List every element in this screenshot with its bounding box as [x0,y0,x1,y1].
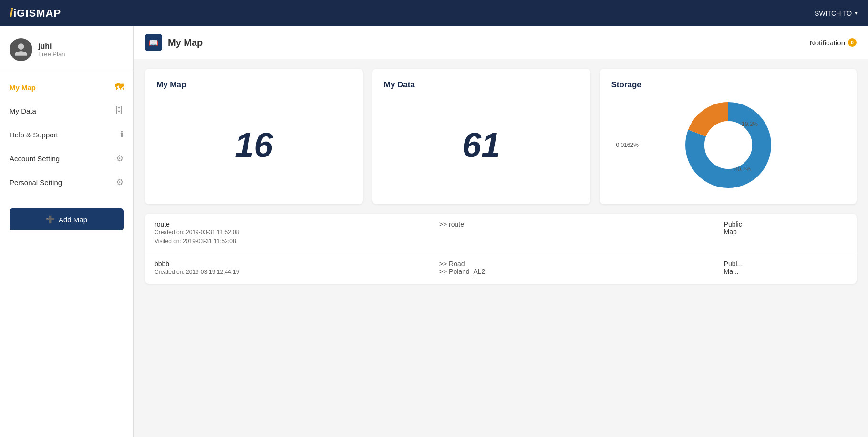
main-content: 📖 My Map Notification 0 My Map 16 My Dat… [134,26,868,437]
logo-text: iGISMAP [13,7,61,20]
notification-label: Notification [810,39,845,47]
my-map-icon: 🗺 [115,83,124,93]
storage-card-title: Storage [611,80,846,90]
my-map-card: My Map 16 [145,69,363,204]
logo: i iGISMAP [10,6,61,21]
notification-badge[interactable]: Notification 0 [810,38,857,47]
route-link[interactable]: >> route [439,220,464,228]
sidebar: juhi Free Plan My Map 🗺 My Data 🗄 Help &… [0,26,134,437]
map-name-2: bbbb [155,260,420,268]
pub-label-2: Publ...Ma... [724,260,743,275]
table-cell-route-2: >> Road >> Poland_AL2 [430,253,714,283]
svg-point-2 [704,121,752,169]
notification-count: 0 [848,38,857,47]
pub-label: PublicMap [724,220,742,236]
main-layout: juhi Free Plan My Map 🗺 My Data 🗄 Help &… [0,26,868,437]
user-plan: Free Plan [38,51,65,58]
donut-label-small: 0.0162% [616,142,639,148]
my-data-label: My Data [10,107,36,115]
content-header-left: 📖 My Map [145,34,203,51]
nav-items: My Map 🗺 My Data 🗄 Help & Support ℹ Acco… [0,71,133,199]
road-link[interactable]: >> Road [439,260,465,268]
table-row: route Created on: 2019-03-31 11:52:08 Vi… [145,214,857,253]
help-icon: ℹ [120,129,124,140]
my-data-icon: 🗄 [115,106,124,116]
poland-link[interactable]: >> Poland_AL2 [439,268,486,275]
add-map-button[interactable]: ➕ Add Map [10,208,124,230]
sidebar-item-my-map[interactable]: My Map 🗺 [0,76,133,99]
sidebar-item-account-setting[interactable]: Account Setting ⚙ [0,146,133,170]
my-map-card-title: My Map [156,80,351,90]
help-support-label: Help & Support [10,131,58,139]
personal-setting-label: Personal Setting [10,178,62,187]
svg-text:80.7%: 80.7% [734,166,751,173]
avatar [10,38,32,61]
switch-arrow-icon: ▼ [854,10,858,16]
avatar-icon [13,42,29,57]
svg-text:19.2%: 19.2% [742,121,758,127]
table-row: bbbb Created on: 2019-03-19 12:44:19 >> … [145,253,857,283]
table-container: route Created on: 2019-03-31 11:52:08 Vi… [145,214,857,284]
switch-to-button[interactable]: SWITCH TO ▼ [815,10,858,17]
account-setting-label: Account Setting [10,155,60,163]
table-section: route Created on: 2019-03-31 11:52:08 Vi… [134,214,868,293]
map-meta: Created on: 2019-03-31 11:52:08 Visited … [155,228,420,246]
my-data-card: My Data 61 [372,69,590,204]
my-map-label: My Map [10,83,36,92]
donut-chart: 19.2% 80.7% [681,97,776,193]
table-cell-pub: PublicMap [714,214,857,253]
map-name: route [155,220,420,228]
table-cell-name: route Created on: 2019-03-31 11:52:08 Vi… [145,214,430,253]
add-map-icon: ➕ [46,215,55,224]
my-map-count: 16 [156,125,351,165]
sidebar-item-my-data[interactable]: My Data 🗄 [0,99,133,123]
table-cell-name-2: bbbb Created on: 2019-03-19 12:44:19 [145,253,430,283]
switch-label: SWITCH TO [815,10,852,17]
user-info: juhi Free Plan [38,42,65,58]
sidebar-item-personal-setting[interactable]: Personal Setting ⚙ [0,170,133,194]
add-map-label: Add Map [59,216,87,224]
donut-chart-container: 0.0162% 19.2% 80.7% [611,97,846,193]
user-name: juhi [38,42,65,51]
navbar: i iGISMAP SWITCH TO ▼ [0,0,868,26]
logo-i: i [10,6,13,21]
map-meta-2: Created on: 2019-03-19 12:44:19 [155,268,420,277]
page-title: My Map [168,37,203,48]
table-cell-pub-2: Publ...Ma... [714,253,857,283]
header-map-icon: 📖 [145,34,162,51]
account-setting-icon: ⚙ [116,153,124,164]
stats-row: My Map 16 My Data 61 Storage 0.0162% [134,59,868,214]
user-section: juhi Free Plan [0,31,133,71]
table-cell-route: >> route [430,214,714,253]
storage-card: Storage 0.0162% 19.2% 80.7% [600,69,857,204]
my-data-card-title: My Data [384,80,579,90]
my-data-count: 61 [384,125,579,165]
sidebar-item-help-support[interactable]: Help & Support ℹ [0,123,133,146]
personal-setting-icon: ⚙ [116,177,124,187]
content-header: 📖 My Map Notification 0 [134,26,868,59]
